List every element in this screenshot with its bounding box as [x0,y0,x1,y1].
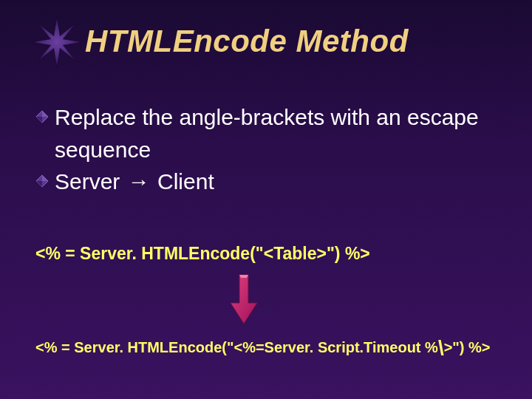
slide: HTMLEncode Method Replace the angle-brac… [0,0,532,399]
code-line-2b: >") %> [444,339,491,355]
code-line-2a: <% = Server. HTMLEncode("<%=Server. Scri… [35,339,438,355]
diamond-bullet-icon [35,110,49,123]
bullet-1-rest: the angle-brackets with an escape [136,105,479,129]
bullet-2-rest: Client [151,169,214,194]
diamond-bullet-icon [35,174,49,188]
svg-marker-8 [239,275,248,278]
svg-marker-7 [231,275,257,324]
bullet-2-lead: Server [55,169,126,194]
svg-marker-0 [31,16,83,68]
code-line-2: <% = Server. HTMLEncode("<%=Server. Scri… [35,336,491,360]
code-line-2-backslash: \ [438,336,444,360]
code-line-1: <% = Server. HTMLEncode("<Table>") %> [35,244,370,264]
bullet-2-text: Server → Client [55,168,214,196]
bullet-1: Replace the angle-brackets with an escap… [35,103,502,132]
down-arrow-icon [229,273,259,325]
starburst-icon [31,16,83,68]
slide-title: HTMLEncode Method [85,24,409,59]
bullet-1-text: Replace the angle-brackets with an escap… [55,103,479,132]
bullet-1-lead: Replace [55,105,136,129]
bullet-1-continuation: sequence [55,136,502,164]
body-content: Replace the angle-brackets with an escap… [35,103,502,200]
bullet-2: Server → Client [35,168,502,196]
right-arrow-icon: → [126,168,151,196]
